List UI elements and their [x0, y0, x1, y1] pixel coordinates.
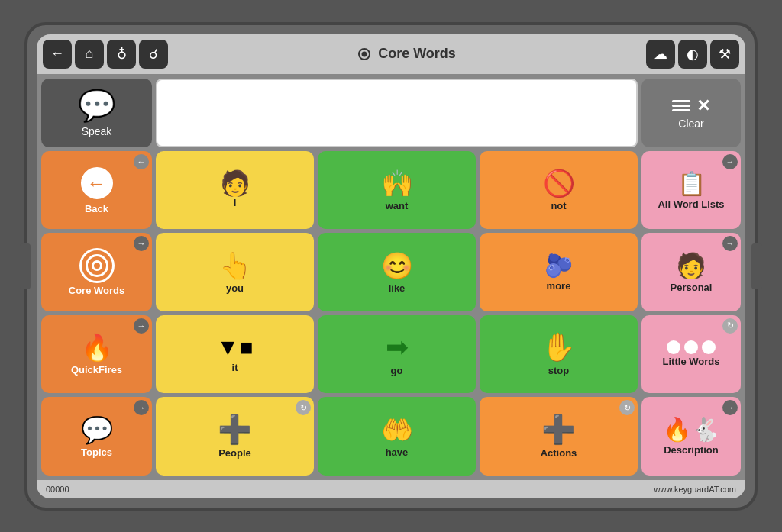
topics-label: Topics	[81, 447, 112, 458]
not-icon: 🚫	[543, 168, 575, 198]
quickfires-badge: →	[134, 318, 149, 334]
clear-button[interactable]: ✕ Clear	[641, 79, 741, 147]
you-icon: 👆	[219, 250, 251, 281]
I-icon: 🧑	[220, 171, 250, 195]
people-badge: ↻	[296, 400, 311, 415]
like-label: like	[389, 282, 406, 294]
it-icon: ▼■	[217, 334, 254, 360]
like-icon: 😊	[381, 250, 413, 281]
word-cell-you[interactable]: 👆 you	[156, 233, 314, 311]
tools-icon[interactable]: ⚒	[710, 40, 739, 69]
want-icon: 🙌	[381, 168, 413, 198]
main-content: 💬 Speak ✕ Clear	[37, 74, 745, 480]
clear-x-icon: ✕	[696, 96, 710, 116]
side-all-word-lists[interactable]: → 📋 All Word Lists	[641, 151, 741, 230]
title-record-icon	[358, 48, 370, 60]
clear-lines-icon	[672, 100, 690, 111]
topics-badge: →	[134, 400, 149, 415]
word-cell-go[interactable]: ➡ go	[318, 315, 476, 394]
top-row: 💬 Speak ✕ Clear	[41, 79, 741, 147]
list-icon: 📋	[677, 170, 706, 197]
more-label: more	[547, 280, 571, 292]
grid-row-3: → 🔥 QuickFires ▼■ it ➡ go ✋ stop	[41, 315, 741, 394]
more-icon: 🫐	[544, 252, 573, 279]
it-label: it	[232, 362, 238, 373]
word-cell-want[interactable]: 🙌 want	[318, 151, 476, 230]
all-word-lists-badge: →	[722, 154, 738, 169]
nav-topics-button[interactable]: → 💬 Topics	[41, 397, 152, 476]
top-bar-left: ← ⌂ ♁ ☌	[43, 40, 168, 69]
word-cell-not[interactable]: 🚫 not	[480, 151, 638, 230]
have-label: have	[386, 447, 409, 458]
search-icon[interactable]: ☌	[139, 40, 168, 69]
little-words-label: Little Words	[663, 356, 720, 367]
quickfires-label: QuickFires	[71, 364, 122, 376]
speech-bubble-icon: 💬	[78, 88, 116, 124]
clear-icon: ✕	[672, 96, 710, 116]
word-cell-stop[interactable]: ✋ stop	[480, 315, 638, 394]
fire-icon: 🔥	[81, 332, 113, 363]
home-icon[interactable]: ⌂	[75, 40, 104, 69]
you-label: you	[226, 282, 244, 294]
top-bar-right: ☁ ◐ ⚒	[646, 40, 739, 69]
little-words-badge: ↻	[722, 318, 738, 334]
back-label: Back	[85, 203, 108, 214]
bottom-bar: 00000 www.keyguardAT.com	[37, 480, 745, 498]
word-cell-I[interactable]: 🧑 I	[156, 151, 314, 230]
clear-label: Clear	[678, 118, 703, 130]
description-label: Description	[664, 444, 719, 456]
grid-row-1: ← ← Back 🧑 I 🙌 want 🚫 not	[41, 151, 741, 230]
grid-row-4: → 💬 Topics ↻ ➕ People 🤲 have ↻	[41, 397, 741, 476]
description-icon: 🔥🐇	[663, 416, 719, 443]
people-label: People	[218, 447, 251, 459]
app-container: ← ⌂ ♁ ☌ Core Words ☁ ◐ ⚒ 💬	[37, 34, 745, 498]
personal-badge: →	[722, 236, 738, 251]
nav-back-button[interactable]: ← ← Back	[41, 151, 152, 230]
word-cell-have[interactable]: 🤲 have	[318, 397, 476, 476]
speak-button[interactable]: 💬 Speak	[41, 79, 152, 147]
actions-label: Actions	[541, 447, 577, 459]
moon-icon[interactable]: ◐	[678, 40, 707, 69]
actions-badge: ↻	[619, 400, 635, 415]
topics-chat-icon: 💬	[81, 414, 113, 445]
app-title: Core Words	[168, 46, 646, 62]
personal-icon: 🧑	[676, 251, 706, 280]
want-label: want	[386, 200, 409, 211]
text-display[interactable]	[156, 79, 638, 147]
top-bar: ← ⌂ ♁ ☌ Core Words ☁ ◐ ⚒	[37, 34, 745, 74]
serial-number: 00000	[46, 485, 69, 494]
I-label: I	[234, 197, 237, 208]
nav-quickfires-button[interactable]: → 🔥 QuickFires	[41, 315, 152, 394]
side-little-words[interactable]: ↻ Little Words	[641, 315, 741, 394]
stop-icon: ✋	[541, 331, 576, 363]
word-cell-actions[interactable]: ↻ ➕ Actions	[480, 397, 638, 476]
cloud-icon[interactable]: ☁	[646, 40, 675, 69]
have-icon: 🤲	[381, 414, 413, 445]
word-cell-more[interactable]: 🫐 more	[480, 233, 638, 311]
personal-label: Personal	[671, 282, 713, 293]
people-icon: ➕	[218, 414, 252, 446]
grid-row-2: → Core Words 👆 you 😊	[41, 233, 741, 311]
core-words-label: Core Words	[69, 285, 124, 296]
not-label: not	[551, 200, 566, 211]
side-description[interactable]: → 🔥🐇 Description	[641, 397, 741, 476]
nav-core-words-button[interactable]: → Core Words	[41, 233, 152, 311]
back-arrow-icon: ←	[79, 165, 115, 202]
device-frame: ← ⌂ ♁ ☌ Core Words ☁ ◐ ⚒ 💬	[24, 22, 758, 511]
word-cell-it[interactable]: ▼■ it	[156, 315, 314, 394]
speak-label: Speak	[82, 125, 112, 137]
word-cell-like[interactable]: 😊 like	[318, 233, 476, 311]
target-icon	[79, 248, 115, 283]
website-label: www.keyguardAT.com	[654, 485, 736, 494]
back-badge-icon: ←	[134, 154, 149, 169]
word-grid: ← ← Back 🧑 I 🙌 want 🚫 not	[41, 151, 741, 476]
globe-icon[interactable]: ♁	[107, 40, 136, 69]
go-icon: ➡	[386, 331, 409, 363]
actions-icon: ➕	[541, 414, 576, 446]
circles-icon	[667, 340, 716, 354]
word-cell-people[interactable]: ↻ ➕ People	[156, 397, 314, 476]
side-personal[interactable]: → 🧑 Personal	[641, 233, 741, 311]
back-nav-icon[interactable]: ←	[43, 40, 72, 69]
all-word-lists-label: All Word Lists	[658, 198, 724, 210]
go-label: go	[391, 365, 403, 376]
